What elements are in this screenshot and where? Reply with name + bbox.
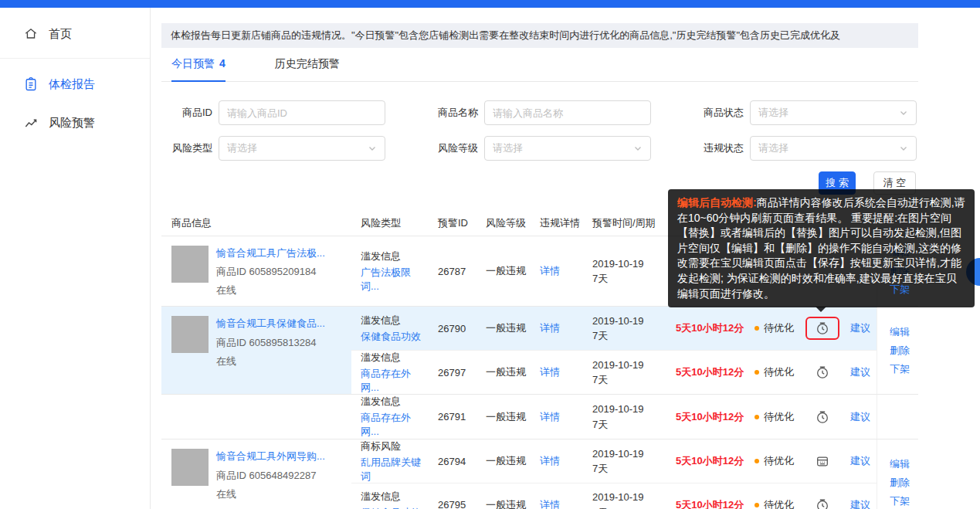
tab-bar: 今日预警4 历史完结预警 (161, 57, 918, 82)
product-status-select[interactable]: 请选择 (750, 100, 917, 125)
tab-today-warning[interactable]: 今日预警4 (171, 57, 226, 82)
filter-label: 违规状态 (696, 141, 744, 155)
suggest-link[interactable]: 建议 (850, 455, 870, 467)
product-status: 在线 (216, 487, 325, 502)
filter-product-id: 商品ID (164, 100, 385, 125)
risk-sub-link[interactable]: 保健食品功效 (361, 330, 429, 344)
status-label: 待优化 (764, 499, 794, 509)
detail-cell: 详情 (531, 365, 583, 379)
risk-sub-link[interactable]: 保健食品功效 (361, 506, 429, 509)
risk-type-cell: 滥发信息保健食品功效 (351, 490, 429, 509)
detail-cell: 详情 (531, 321, 583, 335)
report-icon (23, 76, 39, 92)
suggest-link[interactable]: 建议 (850, 366, 870, 378)
product-image (171, 316, 209, 353)
status-dot (754, 370, 759, 375)
action-link-offshelf[interactable]: 下架 (890, 494, 910, 508)
action-link-offshelf[interactable]: 下架 (890, 362, 910, 376)
remain-time: 5天10小时12分 (666, 365, 745, 379)
filter-form: 商品ID 商品名称 商品状态 请选择 风险类型 (161, 100, 918, 195)
risk-level-select[interactable]: 请选择 (484, 136, 651, 161)
status-label: 待优化 (764, 366, 794, 378)
product-title-link[interactable]: 愉音合规工具外网导购... (216, 449, 325, 464)
remain-time: 5天10小时12分 (666, 498, 745, 509)
detail-link[interactable]: 详情 (540, 322, 560, 334)
warning-period: 7天 (592, 271, 666, 287)
risk-level: 一般违规 (476, 498, 531, 509)
risk-sub-link[interactable]: 商品存在外网... (361, 411, 429, 439)
warning-date: 2019-10-19 (592, 446, 666, 462)
action-link-delete[interactable]: 删除 (890, 476, 910, 490)
trend-icon (23, 115, 39, 131)
tooltip-arrow (816, 307, 826, 312)
filter-label: 风险等级 (430, 141, 478, 155)
product-status: 在线 (216, 354, 325, 369)
risk-level: 一般违规 (476, 410, 531, 424)
sidebar-item-label: 首页 (49, 27, 72, 42)
warning-period: 7天 (592, 461, 666, 477)
calendar-icon[interactable] (816, 454, 829, 468)
filter-product-status: 商品状态 请选择 (696, 100, 917, 125)
violation-status-select[interactable]: 请选择 (750, 136, 917, 161)
warning-id: 26791 (429, 411, 476, 422)
suggest-cell: 建议 (841, 321, 877, 335)
detail-link[interactable]: 详情 (540, 455, 560, 467)
table-group: 滥发信息商品存在外网...26791一般违规详情2019-10-197天5天10… (161, 395, 918, 439)
filter-label: 风险类型 (164, 141, 212, 155)
risk-sub-link[interactable]: 乱用品牌关键词 (361, 456, 429, 484)
risk-type-cell: 滥发信息保健食品功效 (351, 314, 429, 344)
warning-time: 2019-10-197天 (583, 490, 666, 509)
clock-icon[interactable] (816, 410, 829, 424)
clock-icon[interactable] (816, 365, 829, 379)
suggest-cell: 建议 (841, 365, 877, 379)
detail-link[interactable]: 详情 (540, 411, 560, 422)
product-id-input[interactable] (219, 100, 385, 125)
remain-time: 5天10小时12分 (666, 321, 745, 335)
warning-id: 26797 (429, 367, 476, 378)
risk-sub-link[interactable]: 广告法极限词... (361, 266, 429, 294)
warning-row: 滥发信息商品存在外网...26797一般违规详情2019-10-197天5天10… (351, 350, 877, 394)
product-title-link[interactable]: 愉音合规工具广告法极... (216, 246, 325, 261)
warning-period: 7天 (592, 417, 666, 433)
detail-link[interactable]: 详情 (540, 265, 560, 277)
icon-cell (804, 498, 841, 509)
filter-row-1: 商品ID 商品名称 商品状态 请选择 (161, 100, 918, 125)
icon-cell (804, 454, 841, 468)
filter-label: 商品名称 (430, 106, 478, 120)
product-name-input[interactable] (484, 100, 651, 125)
sidebar-item-risk[interactable]: 风险预警 (0, 103, 150, 142)
action-link-delete[interactable]: 删除 (890, 344, 910, 358)
detail-link[interactable]: 详情 (540, 499, 560, 509)
suggest-link[interactable]: 建议 (850, 499, 870, 509)
header-warning-time: 预警时间/周期 (583, 216, 666, 230)
warning-rows: 滥发信息商品存在外网...26791一般违规详情2019-10-197天5天10… (351, 395, 877, 439)
risk-level: 一般违规 (476, 321, 531, 335)
product-image (171, 449, 209, 486)
sidebar: 首页 体检报告 风险预警 (0, 8, 151, 509)
action-link-offshelf[interactable]: 下架 (890, 283, 910, 297)
sidebar-item-report[interactable]: 体检报告 (0, 65, 150, 103)
action-link-edit[interactable]: 编辑 (890, 457, 910, 471)
header-detail: 违规详情 (531, 216, 583, 230)
warning-row: 滥发信息保健食品功效26795一般违规详情2019-10-197天5天10小时1… (351, 483, 877, 509)
clock-icon[interactable] (805, 317, 839, 340)
warning-row: 商标风险乱用品牌关键词26794一般违规详情2019-10-197天5天10小时… (351, 439, 877, 483)
sidebar-item-label: 风险预警 (49, 116, 95, 131)
clock-icon[interactable] (816, 498, 829, 509)
tooltip-title: 编辑后自动检测: (677, 196, 757, 209)
risk-type-select[interactable]: 请选择 (219, 136, 385, 161)
product-cell: 愉音合规工具广告法极...商品ID 605895209184在线 (161, 236, 351, 306)
product-title-link[interactable]: 愉音合规工具保健食品... (216, 316, 325, 331)
action-link-edit[interactable]: 编辑 (890, 325, 910, 339)
suggest-link[interactable]: 建议 (850, 411, 870, 422)
product-cell: 愉音合规工具外网导购...商品ID 605648492287在线 (161, 439, 351, 509)
detail-link[interactable]: 详情 (540, 366, 560, 378)
tab-history-warning[interactable]: 历史完结预警 (275, 57, 340, 81)
suggest-link[interactable]: 建议 (850, 322, 870, 334)
risk-level: 一般违规 (476, 454, 531, 468)
sidebar-item-home[interactable]: 首页 (0, 8, 150, 53)
risk-sub-link[interactable]: 商品存在外网... (361, 367, 429, 395)
table-group: 愉音合规工具保健食品...商品ID 605895813284在线滥发信息保健食品… (161, 307, 918, 395)
risk-type-cell: 商标风险乱用品牌关键词 (351, 439, 429, 484)
status-label: 待优化 (764, 411, 794, 422)
